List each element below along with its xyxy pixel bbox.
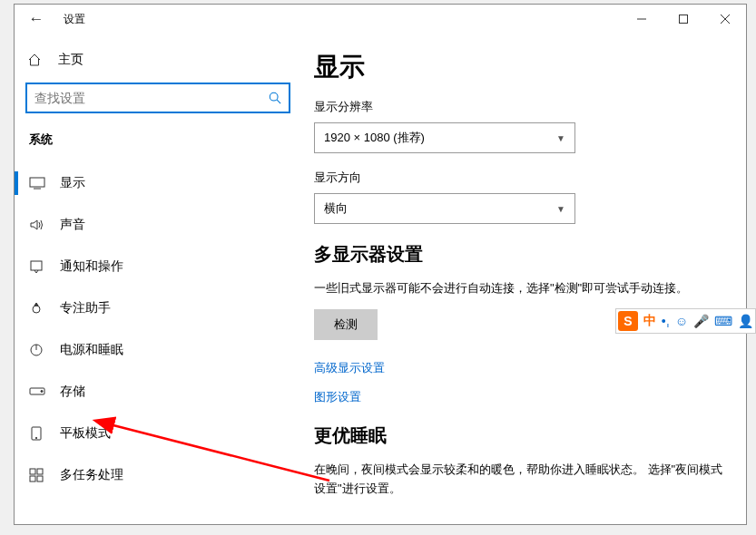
chevron-down-icon: ▼ — [556, 204, 565, 214]
svg-rect-1 — [680, 15, 688, 24]
orientation-dropdown[interactable]: 横向 ▼ — [314, 193, 575, 224]
tablet-icon — [29, 426, 60, 441]
advanced-display-link[interactable]: 高级显示设置 — [314, 360, 726, 376]
nav-label: 多任务处理 — [60, 467, 123, 483]
content-pane[interactable]: 显示 显示分辨率 1920 × 1080 (推荐) ▼ 显示方向 横向 ▼ 多显… — [294, 34, 746, 524]
nav-label: 平板模式 — [60, 425, 111, 442]
display-icon — [29, 177, 60, 190]
svg-rect-18 — [30, 476, 35, 482]
nav-label: 专注助手 — [60, 300, 111, 316]
resolution-label: 显示分辨率 — [314, 99, 726, 115]
back-button[interactable]: ← — [15, 10, 58, 28]
power-icon — [29, 343, 60, 357]
nav-item-power[interactable]: 电源和睡眠 — [15, 329, 294, 371]
home-button[interactable]: 主页 — [15, 43, 294, 77]
home-label: 主页 — [58, 52, 83, 68]
nav-item-notifications[interactable]: 通知和操作 — [15, 246, 294, 287]
nav-item-focus[interactable]: 专注助手 — [15, 287, 294, 329]
svg-point-4 — [270, 92, 278, 101]
ime-lang[interactable]: 中 — [643, 313, 656, 329]
nav-item-tablet[interactable]: 平板模式 — [15, 413, 294, 454]
multi-monitor-heading: 多显示器设置 — [314, 242, 726, 267]
nav-label: 声音 — [60, 217, 85, 233]
detect-button[interactable]: 检测 — [314, 309, 378, 340]
notification-icon — [29, 259, 60, 274]
search-input[interactable] — [27, 91, 261, 105]
nav-item-sound[interactable]: 声音 — [15, 204, 294, 246]
sound-icon — [29, 218, 60, 232]
ime-smiley-icon[interactable]: ☺ — [675, 314, 688, 328]
sleep-desc: 在晚间，夜间模式会显示较柔和的暖色，帮助你进入睡眠状态。 选择"夜间模式设置"进… — [314, 461, 726, 499]
svg-rect-16 — [30, 469, 35, 474]
settings-window: ← 设置 主页 系统 显示 — [14, 4, 747, 525]
section-label: 系统 — [15, 124, 294, 162]
sidebar: 主页 系统 显示 声音 通知和操作 — [15, 34, 294, 524]
svg-line-5 — [277, 100, 280, 103]
svg-rect-19 — [37, 476, 43, 482]
window-title: 设置 — [58, 12, 85, 27]
svg-rect-17 — [37, 469, 43, 474]
chevron-down-icon: ▼ — [556, 133, 565, 143]
nav-item-multitask[interactable]: 多任务处理 — [15, 454, 294, 496]
page-heading: 显示 — [314, 50, 726, 84]
svg-rect-6 — [30, 178, 44, 187]
focus-icon — [29, 301, 60, 316]
titlebar: ← 设置 — [15, 5, 746, 34]
ime-badge[interactable]: S — [618, 311, 638, 331]
search-icon[interactable] — [261, 92, 289, 104]
graphics-settings-link[interactable]: 图形设置 — [314, 389, 726, 405]
svg-rect-8 — [31, 261, 42, 270]
close-button[interactable] — [704, 5, 746, 34]
ime-punct-icon[interactable]: •ˌ — [662, 314, 670, 328]
nav-label: 电源和睡眠 — [60, 342, 123, 358]
ime-toolbar[interactable]: S 中 •ˌ ☺ 🎤 ⌨ 👤 — [615, 308, 756, 334]
maximize-button[interactable] — [663, 5, 704, 34]
ime-user-icon[interactable]: 👤 — [738, 314, 753, 328]
ime-mic-icon[interactable]: 🎤 — [693, 314, 709, 328]
search-box[interactable] — [25, 83, 290, 113]
window-controls — [621, 5, 746, 34]
sleep-heading: 更优睡眠 — [314, 423, 726, 448]
storage-icon — [29, 387, 60, 396]
nav-label: 显示 — [60, 175, 85, 191]
svg-point-9 — [33, 306, 40, 313]
multitask-icon — [29, 468, 60, 482]
minimize-button[interactable] — [621, 5, 663, 34]
ime-keyboard-icon[interactable]: ⌨ — [714, 314, 732, 328]
svg-point-13 — [41, 391, 43, 393]
home-icon — [27, 53, 58, 67]
resolution-dropdown[interactable]: 1920 × 1080 (推荐) ▼ — [314, 122, 575, 153]
nav-item-storage[interactable]: 存储 — [15, 371, 294, 413]
nav-label: 通知和操作 — [60, 258, 123, 275]
svg-point-15 — [35, 437, 36, 438]
resolution-value: 1920 × 1080 (推荐) — [324, 130, 425, 146]
orientation-label: 显示方向 — [314, 170, 726, 186]
orientation-value: 横向 — [324, 200, 348, 217]
multi-monitor-desc: 一些旧式显示器可能不会进行自动连接，选择"检测"即可尝试手动连接。 — [314, 279, 726, 298]
nav-label: 存储 — [60, 384, 85, 400]
nav-item-display[interactable]: 显示 — [15, 162, 294, 204]
